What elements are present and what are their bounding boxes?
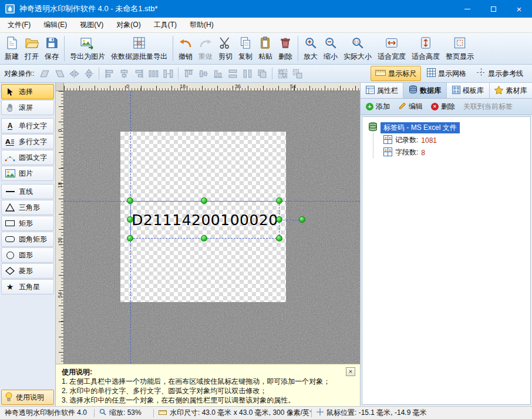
tool-image[interactable]: 图片 bbox=[1, 166, 54, 181]
equal-spacing-horizontal-icon[interactable] bbox=[161, 66, 175, 81]
tool-diamond[interactable]: 菱形 bbox=[1, 263, 54, 279]
paste-clipboard-icon bbox=[259, 36, 272, 51]
zoom-out-button[interactable]: 缩小 bbox=[321, 34, 341, 63]
canvas-viewport[interactable]: D21114200100020 bbox=[64, 91, 360, 364]
selection-handle-bottom-center[interactable] bbox=[201, 235, 207, 242]
tool-line[interactable]: 直线 bbox=[1, 184, 54, 199]
ruler-icon bbox=[375, 69, 386, 79]
tool-pan[interactable]: 滚屏 bbox=[1, 100, 54, 115]
tree-row-field-count[interactable]: 88 字段数: 8 bbox=[362, 146, 530, 159]
objectbar-separator bbox=[99, 68, 99, 79]
edit-button[interactable]: 编辑 bbox=[395, 100, 426, 113]
show-grid-toggle[interactable]: 显示网格 bbox=[422, 66, 471, 81]
field-count-label: 字段数: bbox=[395, 148, 418, 157]
selection-handle-middle-left[interactable] bbox=[127, 216, 133, 223]
show-guides-toggle[interactable]: 显示参考线 bbox=[472, 66, 528, 81]
menu-file[interactable]: 文件(F) bbox=[1, 18, 37, 32]
tool-star[interactable]: ★ 五角星 bbox=[1, 279, 54, 294]
tool-triangle[interactable]: 三角形 bbox=[1, 200, 54, 215]
flip-vertical-icon[interactable] bbox=[82, 66, 96, 81]
tab-properties[interactable]: 属性栏 bbox=[361, 83, 403, 98]
usage-help-button[interactable]: 使用说明 bbox=[1, 390, 54, 405]
tool-rectangle[interactable]: 矩形 bbox=[1, 216, 54, 231]
delete-record-button[interactable]: × 删除 bbox=[427, 100, 459, 113]
skew-right-icon[interactable] bbox=[52, 66, 66, 81]
selection-handle-bottom-right[interactable] bbox=[276, 235, 282, 242]
help-close-button[interactable]: × bbox=[346, 367, 355, 376]
same-width-icon[interactable] bbox=[225, 66, 240, 81]
group-objects-icon[interactable] bbox=[275, 66, 289, 81]
skew-left-icon[interactable] bbox=[38, 66, 52, 81]
tool-multi-line-text[interactable]: A 多行文字 bbox=[1, 134, 54, 149]
save-button[interactable]: 保存 bbox=[42, 34, 62, 63]
triangle-icon bbox=[4, 203, 16, 212]
tab-materials[interactable]: 素材库 bbox=[490, 83, 532, 98]
templates-grid-icon bbox=[452, 86, 460, 96]
tool-arc-text[interactable]: 圆弧文字 bbox=[1, 150, 54, 165]
zoom-in-button[interactable]: 放大 bbox=[301, 34, 321, 63]
maximize-button[interactable] bbox=[480, 0, 506, 18]
tab-templates[interactable]: 模板库 bbox=[447, 83, 490, 98]
fit-width-button[interactable]: 适合宽度 bbox=[375, 34, 409, 63]
fit-height-button[interactable]: 适合高度 bbox=[409, 34, 443, 63]
menu-tools[interactable]: 工具(T) bbox=[147, 18, 183, 32]
align-left-icon[interactable] bbox=[102, 66, 116, 81]
selection-handle-top-left[interactable] bbox=[127, 197, 133, 204]
tree-row-record-count[interactable]: 88 记录数: 1081 bbox=[362, 134, 530, 146]
open-button[interactable]: 打开 bbox=[22, 34, 42, 63]
same-size-icon[interactable] bbox=[255, 66, 269, 81]
svg-text:8: 8 bbox=[385, 148, 386, 152]
align-bottom-icon[interactable] bbox=[211, 66, 225, 81]
menu-view[interactable]: 视图(V) bbox=[73, 18, 110, 32]
close-button[interactable]: × bbox=[506, 0, 532, 18]
menu-help[interactable]: 帮助(H) bbox=[183, 18, 220, 32]
align-middle-icon[interactable] bbox=[196, 66, 210, 81]
link-to-current-label-button[interactable]: 关联到当前标签 bbox=[460, 100, 516, 113]
tab-database[interactable]: 数据库 bbox=[403, 83, 446, 98]
paste-button[interactable]: 粘贴 bbox=[255, 34, 275, 63]
selection-handle-bottom-left[interactable] bbox=[127, 235, 133, 242]
watermark-text-object[interactable]: D21114200100020 bbox=[129, 203, 281, 237]
flip-horizontal-icon[interactable] bbox=[67, 66, 81, 81]
batch-export-button[interactable]: 88 依数据源批量导出 bbox=[108, 34, 170, 63]
export-image-button[interactable]: 导出为图片 bbox=[67, 34, 108, 63]
align-right-icon[interactable] bbox=[132, 66, 146, 81]
show-ruler-toggle[interactable]: 显示标尺 bbox=[371, 66, 421, 81]
add-button[interactable]: + 添加 bbox=[362, 100, 393, 113]
cut-button[interactable]: 剪切 bbox=[216, 34, 235, 63]
help-title: 使用说明: bbox=[62, 367, 354, 377]
tree-root-row[interactable]: 标签码 - MS Excel 文件 bbox=[362, 122, 530, 134]
minimize-button[interactable] bbox=[454, 0, 480, 18]
vertical-ruler: 0 18 36 54 bbox=[56, 91, 64, 364]
svg-text:8: 8 bbox=[389, 148, 390, 152]
same-height-icon[interactable] bbox=[240, 66, 254, 81]
crosshair-icon bbox=[316, 408, 324, 417]
right-panel: 属性栏 数据库 模板库 素材库 + 添加 编辑 bbox=[360, 83, 532, 406]
menu-object[interactable]: 对象(O) bbox=[110, 18, 147, 32]
selection-handle-middle-right[interactable] bbox=[276, 216, 282, 223]
delete-button[interactable]: 删除 bbox=[275, 34, 295, 63]
field-count-value: 8 bbox=[421, 149, 425, 157]
new-button[interactable]: 新建 bbox=[2, 34, 22, 63]
align-center-horizontal-icon[interactable] bbox=[117, 66, 131, 81]
redo-button[interactable]: 重做 bbox=[196, 34, 216, 63]
fit-page-button[interactable]: 整页显示 bbox=[443, 34, 477, 63]
database-cylinder-icon bbox=[368, 122, 378, 133]
rotate-handle[interactable] bbox=[299, 216, 305, 223]
menubar: 文件(F) 编辑(E) 视图(V) 对象(O) 工具(T) 帮助(H) bbox=[0, 18, 532, 33]
distribute-horizontal-icon[interactable] bbox=[146, 66, 160, 81]
actual-size-button[interactable]: 1:1 实际大小 bbox=[341, 34, 375, 63]
tool-single-line-text[interactable]: A 单行文字 bbox=[1, 118, 54, 133]
undo-button[interactable]: 撤销 bbox=[176, 34, 196, 63]
align-top-icon[interactable] bbox=[181, 66, 196, 81]
selection-handle-top-center[interactable] bbox=[201, 197, 207, 204]
svg-text:8: 8 bbox=[385, 136, 386, 139]
ungroup-objects-icon[interactable] bbox=[290, 66, 304, 81]
tool-rounded-rectangle[interactable]: 圆角矩形 bbox=[1, 232, 54, 247]
selection-handle-top-right[interactable] bbox=[276, 197, 282, 204]
copy-button[interactable]: 复制 bbox=[235, 34, 255, 63]
menu-edit[interactable]: 编辑(E) bbox=[37, 18, 73, 32]
tool-circle[interactable]: 圆形 bbox=[1, 247, 54, 263]
ruler-label: 0 bbox=[126, 83, 129, 89]
tool-select[interactable]: 选择 bbox=[1, 84, 54, 99]
